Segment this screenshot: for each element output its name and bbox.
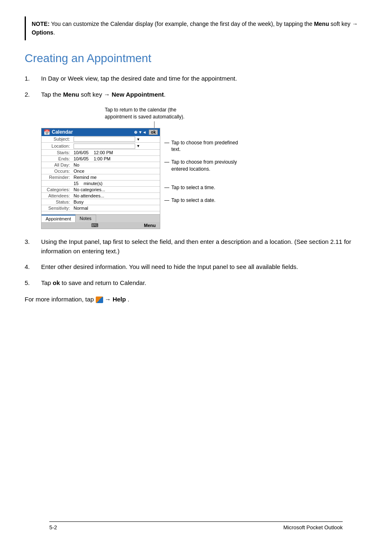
label-sensitivity: Sensitivity: [42, 205, 72, 211]
callout-locations-text: Tap to choose from previously entered lo… [171, 159, 247, 173]
location-input[interactable] [74, 144, 135, 149]
footer-period: . [128, 296, 129, 303]
section-heading: Creating an Appointment [25, 52, 367, 65]
step-3-content: Using the Input panel, tap first to sele… [41, 237, 367, 256]
page-number: 5-2 [49, 524, 57, 531]
step-4: 4. Enter other desired information. You … [25, 262, 367, 272]
label-starts: Starts: [42, 149, 72, 155]
dash-1: — [164, 139, 169, 146]
step-1-num: 1. [25, 74, 41, 83]
footer-help-bold: Help [113, 296, 126, 303]
field-reminder: Reminder: Remind me [42, 174, 160, 180]
step-4-content: Enter other desired information. You wil… [41, 262, 367, 272]
footer-arrow: → [105, 296, 113, 303]
step-2: 2. Tap the Menu soft key → New Appointme… [25, 90, 367, 100]
label-status: Status: [42, 199, 72, 205]
step-3: 3. Using the Input panel, tap first to s… [25, 237, 367, 256]
value-reminder[interactable]: Remind me [72, 174, 160, 180]
step-5-num: 5. [25, 278, 41, 288]
blank-row [42, 211, 160, 214]
top-callout-line1: Tap to return to the calendar (the [105, 107, 176, 113]
value-location[interactable]: ▼ [72, 143, 160, 150]
step-1-content: In Day or Week view, tap the desired dat… [41, 74, 367, 83]
calendar-icon: 📅 [44, 129, 50, 135]
para-steps-list: 3. Using the Input panel, tap first to s… [25, 237, 367, 287]
label-attendees: Attendees: [42, 192, 72, 199]
step-5: 5. Tap ok to save and return to Calendar… [25, 278, 367, 288]
callout-predefined: — Tap to choose from predefined text. [164, 139, 247, 153]
value-reminder-time[interactable]: 15 minute(s) [72, 180, 160, 186]
step-3-num: 3. [25, 237, 41, 247]
note-text: You can customize the Calendar display (… [32, 21, 358, 36]
device-title: Calendar [52, 129, 73, 135]
callout-date: — Tap to select a date. [164, 197, 247, 204]
subject-input[interactable] [74, 137, 135, 142]
ends-date[interactable]: 10/6/05 [74, 156, 89, 161]
value-ends[interactable]: 10/6/05 1:00 PM [72, 155, 160, 162]
label-subject: Subject: [42, 136, 72, 143]
vertical-line-top [154, 121, 154, 128]
field-sensitivity: Sensitivity: Normal [42, 205, 160, 211]
signal-icon: ⊕ ▼◄ [134, 130, 147, 134]
device-title-icons: ⊕ ▼◄ ok [134, 130, 158, 135]
ends-time[interactable]: 1:00 PM [94, 156, 111, 161]
callout-locations: — Tap to choose from previously entered … [164, 159, 247, 173]
callout-time: — Tap to select a time. [164, 184, 247, 191]
form-table: Subject: ▼ Location: ▼ [42, 136, 160, 215]
field-occurs: Occurs: Once [42, 168, 160, 174]
label-categories: Categories: [42, 186, 72, 192]
screenshot-section: Tap to return to the calendar (the appoi… [41, 107, 367, 229]
field-starts: Starts: 10/6/05 12:00 PM [42, 149, 160, 155]
field-subject: Subject: ▼ [42, 136, 160, 143]
help-icon [96, 297, 103, 303]
field-allday: All Day: No [42, 162, 160, 168]
title-left: 📅 Calendar [44, 129, 73, 135]
callout-predefined-text: Tap to choose from predefined text. [171, 139, 247, 153]
field-categories: Categories: No categories... [42, 186, 160, 192]
value-occurs[interactable]: Once [72, 168, 160, 174]
screenshot-and-callouts: 📅 Calendar ⊕ ▼◄ ok Subject: ▼ [41, 128, 247, 229]
step-2-content: Tap the Menu soft key → New Appointment. [41, 90, 367, 100]
ok-button[interactable]: ok [149, 130, 158, 135]
starts-time[interactable]: 12:00 PM [94, 150, 113, 155]
note-box: NOTE: You can customize the Calendar dis… [25, 16, 367, 40]
subject-dropdown[interactable]: ▼ [136, 137, 140, 141]
keyboard-icon[interactable]: ⌨ [91, 222, 98, 228]
device-screenshot: 📅 Calendar ⊕ ▼◄ ok Subject: ▼ [41, 128, 160, 229]
value-sensitivity[interactable]: Normal [72, 205, 160, 211]
value-subject[interactable]: ▼ [72, 136, 160, 143]
callout-time-text: Tap to select a time. [171, 184, 215, 191]
starts-date[interactable]: 10/6/05 [74, 150, 89, 155]
footer-note: For more information, tap → Help . [25, 295, 367, 304]
tabs-bar: Appointment Notes [42, 214, 160, 222]
location-dropdown[interactable]: ▼ [136, 144, 140, 148]
callout-date-text: Tap to select a date. [171, 197, 215, 204]
label-occurs: Occurs: [42, 168, 72, 174]
menu-label[interactable]: Menu [144, 223, 156, 228]
device-title-bar: 📅 Calendar ⊕ ▼◄ ok [42, 128, 160, 136]
tab-notes[interactable]: Notes [76, 215, 96, 222]
field-status: Status: Busy [42, 199, 160, 205]
step-2-num: 2. [25, 90, 41, 100]
value-attendees[interactable]: No attendees... [72, 192, 160, 199]
footer-text1: For more information, tap [25, 296, 96, 303]
value-categories[interactable]: No categories... [72, 186, 160, 192]
bottom-bar: ⌨ Menu [42, 222, 160, 229]
field-ends: Ends: 10/6/05 1:00 PM [42, 155, 160, 162]
page-footer: 5-2 Microsoft Pocket Outlook [49, 521, 343, 531]
step-1: 1. In Day or Week view, tap the desired … [25, 74, 367, 83]
label-reminder: Reminder: [42, 174, 72, 180]
step-5-content: Tap ok to save and return to Calendar. [41, 278, 367, 288]
value-status[interactable]: Busy [72, 199, 160, 205]
step-4-num: 4. [25, 262, 41, 272]
top-callout: Tap to return to the calendar (the appoi… [105, 107, 184, 120]
label-location: Location: [42, 143, 72, 150]
page-title: Microsoft Pocket Outlook [284, 524, 343, 531]
tab-appointment[interactable]: Appointment [42, 215, 76, 222]
label-reminder-time [42, 180, 72, 186]
dash-3: — [164, 184, 169, 191]
field-reminder-time: 15 minute(s) [42, 180, 160, 186]
value-starts[interactable]: 10/6/05 12:00 PM [72, 149, 160, 155]
dash-2: — [164, 159, 169, 166]
value-allday[interactable]: No [72, 162, 160, 168]
